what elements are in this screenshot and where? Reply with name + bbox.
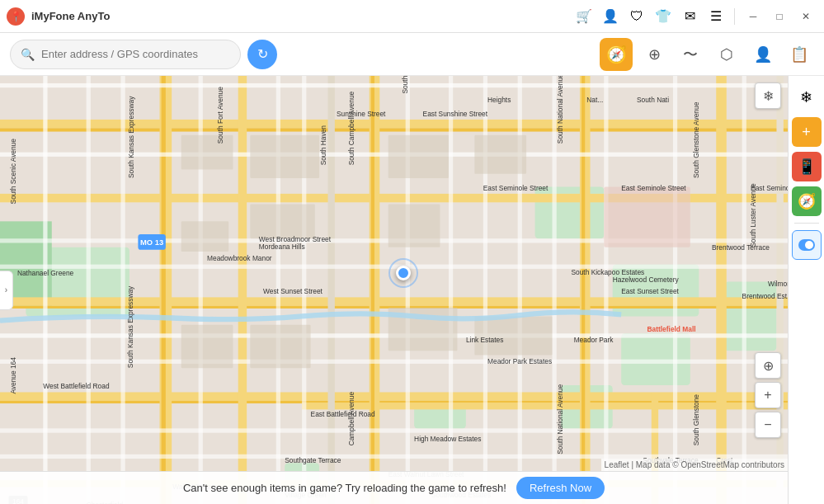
search-input[interactable] (41, 48, 230, 60)
mail-icon[interactable]: ✉ (678, 5, 701, 28)
svg-rect-66 (604, 186, 690, 247)
svg-text:Nathanael Greene: Nathanael Greene (17, 269, 74, 277)
svg-rect-63 (181, 325, 233, 368)
svg-text:South National Avenue: South National Avenue (556, 76, 564, 144)
svg-text:Brentwood Est.: Brentwood Est. (742, 292, 789, 300)
svg-text:Sunshine Street: Sunshine Street (337, 110, 386, 118)
svg-text:South Jet: South Jet (401, 76, 409, 94)
snowflake-sidebar-btn[interactable]: ❄ (792, 82, 822, 112)
app-logo (7, 7, 25, 26)
history-button[interactable]: ⬡ (712, 40, 742, 69)
svg-rect-60 (388, 204, 440, 247)
svg-text:South Scenic Avenue: South Scenic Avenue (9, 139, 17, 205)
svg-text:East Battlefield Road: East Battlefield Road (311, 410, 375, 418)
svg-rect-24 (582, 76, 585, 504)
shield-icon[interactable]: 🛡 (625, 5, 648, 28)
add-sidebar-btn[interactable]: + (792, 117, 822, 147)
map-zoom-controls: ⊕ + − (755, 352, 781, 438)
svg-text:Meador Park Estates: Meador Park Estates (487, 357, 552, 365)
svg-text:Avenue 164: Avenue 164 (9, 357, 17, 394)
svg-rect-26 (238, 76, 247, 504)
map-container[interactable]: Sunshine Street East Sunshine Street Eas… (0, 76, 824, 504)
title-bar-left: iMyFone AnyTo (7, 7, 110, 26)
svg-text:South Kansas Expressway: South Kansas Expressway (127, 96, 135, 178)
svg-rect-22 (371, 76, 374, 504)
map-top-controls: ❄ (755, 82, 781, 109)
search-box: 🔍 (10, 40, 241, 69)
navigation-sidebar-btn[interactable]: 🧭 (792, 186, 822, 216)
svg-text:East Seminole Street: East Seminole Street (483, 184, 549, 192)
svg-text:Brentwood Terrace: Brentwood Terrace (712, 243, 770, 252)
svg-text:Link Estates: Link Estates (466, 336, 504, 344)
svg-text:Southgate Terrace: Southgate Terrace (285, 456, 341, 464)
svg-text:MO 13: MO 13 (140, 238, 163, 247)
svg-text:South Kickapoo Estates: South Kickapoo Estates (572, 268, 645, 276)
map-background: Sunshine Street East Sunshine Street Eas… (0, 76, 824, 504)
user-icon[interactable]: 👤 (599, 5, 622, 28)
main-content: › (0, 76, 824, 504)
minimize-button[interactable]: ─ (742, 5, 765, 28)
bottom-notification-bar: Can't see enough items in game? Try relo… (0, 471, 788, 504)
svg-text:Heights: Heights (487, 96, 511, 104)
svg-text:West Battlefield Road: West Battlefield Road (43, 382, 110, 390)
toggle-sidebar-btn[interactable] (792, 230, 822, 260)
refresh-direction-button[interactable]: ↻ (247, 40, 277, 69)
right-sidebar: ❄ + 📱 🧭 (788, 76, 824, 504)
svg-text:South Fort Avenue: South Fort Avenue (216, 87, 224, 144)
svg-rect-64 (250, 325, 310, 368)
svg-text:Meadowbrook Manor: Meadowbrook Manor (207, 254, 272, 262)
svg-rect-56 (250, 135, 319, 178)
svg-text:East Sunshine Street: East Sunshine Street (423, 110, 488, 118)
route-button[interactable]: 〜 (676, 40, 705, 69)
svg-text:South Kansas Expressway: South Kansas Expressway (126, 285, 134, 368)
svg-text:Campbell Avenue: Campbell Avenue (347, 392, 355, 446)
svg-text:Battlefield Mall: Battlefield Mall (647, 325, 696, 333)
shirt-icon[interactable]: 👕 (652, 5, 675, 28)
location-marker (396, 266, 411, 280)
snowflake-button[interactable]: ❄ (755, 82, 781, 109)
svg-rect-25 (716, 76, 727, 504)
zoom-in-button[interactable]: + (755, 382, 781, 408)
map-attribution: Leaflet | Map data © OpenStreetMap contr… (601, 459, 788, 471)
move-button[interactable]: ⊕ (639, 40, 669, 69)
my-location-button[interactable]: ⊕ (755, 352, 781, 379)
cart-icon[interactable]: 🛒 (572, 5, 596, 28)
svg-rect-55 (181, 135, 233, 170)
toggle-icon (798, 239, 815, 251)
svg-text:South Haven: South Haven (319, 125, 327, 166)
svg-rect-29 (776, 76, 783, 504)
menu-icon[interactable]: ☰ (704, 5, 727, 28)
svg-text:East Sunset Street: East Sunset Street (621, 287, 679, 295)
device-button[interactable]: 👤 (748, 40, 778, 69)
locate-button[interactable]: 🧭 (600, 38, 633, 71)
title-bar-right: 🛒 👤 🛡 👕 ✉ ☰ ─ □ ✕ (572, 5, 817, 28)
svg-rect-39 (43, 76, 47, 504)
svg-rect-52 (742, 76, 746, 504)
svg-rect-20 (162, 76, 166, 504)
left-panel-toggle[interactable]: › (0, 271, 13, 310)
svg-text:South Campbell Avenue: South Campbell Avenue (347, 91, 355, 165)
svg-text:High Meadow Estates: High Meadow Estates (414, 435, 481, 443)
phone-sidebar-btn[interactable]: 📱 (792, 152, 822, 181)
svg-text:West Sunset Street: West Sunset Street (263, 287, 323, 295)
svg-rect-57 (181, 221, 229, 252)
sidebar-divider (794, 223, 819, 224)
svg-text:South Nati: South Nati (637, 96, 669, 104)
svg-text:South National Avenue: South National Avenue (556, 384, 564, 455)
refresh-now-button[interactable]: Refresh Now (516, 477, 605, 499)
import-button[interactable]: 📋 (784, 40, 814, 69)
svg-text:Nat...: Nat... (586, 96, 603, 104)
title-bar: iMyFone AnyTo 🛒 👤 🛡 👕 ✉ ☰ ─ □ ✕ (0, 0, 824, 33)
svg-rect-27 (328, 76, 335, 504)
close-button[interactable]: ✕ (794, 5, 817, 28)
zoom-out-button[interactable]: − (755, 412, 781, 438)
app-title: iMyFone AnyTo (31, 10, 110, 22)
svg-text:South Luster Avenue: South Luster Avenue (749, 183, 757, 247)
svg-text:West Broadmoor Street: West Broadmoor Street (259, 235, 332, 243)
svg-text:Meador Park: Meador Park (574, 336, 614, 344)
svg-text:East Seminole Street: East Seminole Street (621, 184, 686, 192)
svg-text:South Glenstone Avenue: South Glenstone Avenue (692, 101, 700, 178)
svg-rect-40 (87, 76, 91, 504)
svg-rect-59 (388, 135, 449, 178)
maximize-button[interactable]: □ (768, 5, 791, 28)
